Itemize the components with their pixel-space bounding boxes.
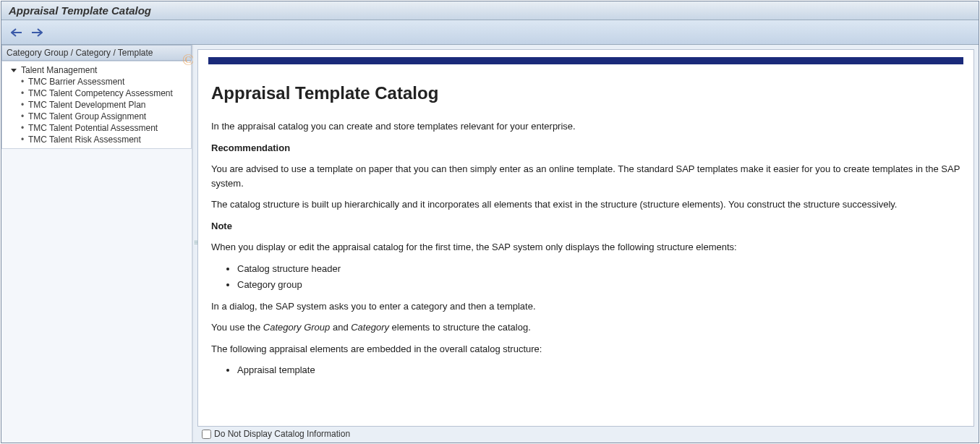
back-button[interactable] bbox=[10, 27, 23, 38]
embedded-list: Appraisal template bbox=[237, 363, 960, 377]
do-not-display-label: Do Not Display Catalog Information bbox=[214, 429, 350, 439]
arrow-right-icon bbox=[31, 28, 43, 37]
tree-item[interactable]: TMC Talent Group Assignment bbox=[5, 111, 188, 122]
text-span: elements to structure the catalog. bbox=[389, 322, 531, 333]
document: Appraisal Template Catalog In the apprai… bbox=[198, 64, 973, 396]
tree-item[interactable]: TMC Talent Competency Assessment bbox=[5, 87, 188, 99]
arrow-left-icon bbox=[11, 28, 22, 37]
forward-button[interactable] bbox=[30, 27, 43, 38]
tree-root[interactable]: Talent Management bbox=[5, 64, 188, 76]
caret-down-icon bbox=[11, 69, 17, 72]
usage-text: You use the Category Group and Category … bbox=[211, 320, 960, 335]
recommendation-label: Recommendation bbox=[211, 142, 290, 153]
tree-item[interactable]: TMC Barrier Assessment bbox=[5, 76, 188, 87]
tree-item-label: TMC Talent Risk Assessment bbox=[28, 135, 141, 145]
em-category-group: Category Group bbox=[263, 322, 331, 333]
sidebar: Category Group / Category / Template Tal… bbox=[1, 45, 193, 443]
list-item: Catalog structure header bbox=[237, 262, 960, 276]
tree-item-label: TMC Talent Group Assignment bbox=[28, 111, 146, 121]
content-intro: In the appraisal catalog you can create … bbox=[211, 119, 960, 134]
structure-text: The catalog structure is built up hierar… bbox=[211, 197, 960, 212]
list-item: Appraisal template bbox=[237, 363, 960, 377]
tree-item-label: TMC Barrier Assessment bbox=[28, 77, 124, 87]
app-window: Appraisal Template Catalog © www.tutoria… bbox=[1, 1, 979, 443]
tree: Talent Management TMC Barrier Assessment… bbox=[1, 61, 192, 149]
body: Category Group / Category / Template Tal… bbox=[1, 45, 979, 443]
list-item: Category group bbox=[237, 278, 960, 292]
content-accent-bar bbox=[208, 57, 963, 64]
footer-row: Do Not Display Catalog Information bbox=[197, 427, 974, 441]
tree-root-label: Talent Management bbox=[21, 65, 97, 75]
title-bar: Appraisal Template Catalog bbox=[1, 1, 979, 20]
content-container: Appraisal Template Catalog In the apprai… bbox=[197, 49, 974, 427]
tree-item[interactable]: TMC Talent Risk Assessment bbox=[5, 134, 188, 145]
dialog-text: In a dialog, the SAP system asks you to … bbox=[211, 299, 960, 314]
window-title: Appraisal Template Catalog bbox=[9, 4, 151, 17]
toolbar: © www.tutorialkart.com bbox=[1, 20, 979, 45]
note-intro: When you display or edit the appraisal c… bbox=[211, 240, 960, 255]
em-category: Category bbox=[351, 322, 389, 333]
do-not-display-checkbox[interactable] bbox=[202, 430, 211, 439]
sidebar-header: Category Group / Category / Template bbox=[1, 45, 192, 61]
text-span: and bbox=[330, 322, 351, 333]
note-label: Note bbox=[211, 221, 232, 231]
content-scroll[interactable]: Appraisal Template Catalog In the apprai… bbox=[198, 50, 973, 426]
tree-item-label: TMC Talent Potential Assessment bbox=[28, 123, 158, 133]
tree-item-label: TMC Talent Development Plan bbox=[28, 100, 146, 110]
tree-item[interactable]: TMC Talent Development Plan bbox=[5, 99, 188, 111]
recommendation-text: You are advised to use a template on pap… bbox=[211, 162, 960, 190]
text-span: You use the bbox=[211, 322, 263, 333]
note-list: Catalog structure header Category group bbox=[237, 262, 960, 292]
tree-item[interactable]: TMC Talent Potential Assessment bbox=[5, 122, 188, 134]
tree-item-label: TMC Talent Competency Assessment bbox=[28, 88, 173, 98]
embedded-text: The following appraisal elements are emb… bbox=[211, 342, 960, 357]
main-panel: Appraisal Template Catalog In the apprai… bbox=[197, 45, 979, 443]
content-heading: Appraisal Template Catalog bbox=[211, 80, 960, 106]
splitter-grip-icon: ⠿ bbox=[194, 242, 197, 245]
